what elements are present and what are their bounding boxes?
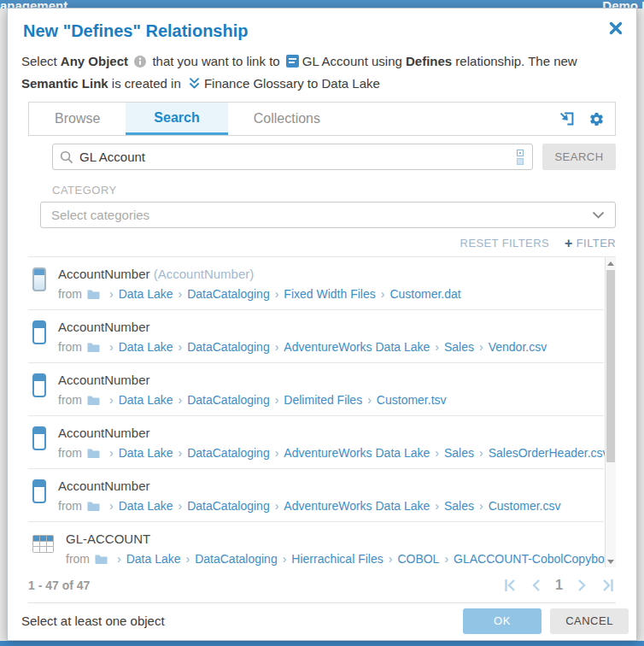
folder-icon	[87, 342, 100, 353]
tab-search[interactable]: Search	[126, 103, 227, 135]
result-title[interactable]: AccountNumber	[58, 267, 150, 281]
folder-icon	[87, 501, 100, 512]
chevron-down-icon	[592, 211, 605, 219]
search-box	[52, 144, 533, 170]
desc-any-object: Any Object	[61, 54, 128, 68]
dialog-footer: Select at least one object OK CANCEL	[8, 603, 636, 640]
desc-link-target: Finance Glossary to Data Lake	[204, 76, 380, 91]
desc-text: relationship. The new	[452, 54, 577, 68]
dialog-title: New "Defines" Relationship	[23, 20, 248, 42]
scroll-down-icon[interactable]	[606, 555, 616, 567]
dialog-content: Browse Search Collections	[28, 95, 616, 603]
tab-bar: Browse Search Collections	[28, 102, 616, 136]
pager: 1	[504, 578, 616, 593]
result-path: from Data LakeDataCatalogingAdventureWor…	[58, 498, 561, 514]
last-page-icon[interactable]	[601, 578, 614, 592]
scroll-up-icon[interactable]	[606, 257, 616, 269]
folder-icon	[95, 554, 108, 565]
search-button[interactable]: SEARCH	[542, 144, 616, 170]
results-list: AccountNumber (AccountNumber) from Data …	[28, 256, 616, 567]
list-item[interactable]: AccountNumber (AccountNumber) from Data …	[28, 257, 604, 310]
cancel-button[interactable]: CANCEL	[550, 608, 629, 634]
result-suffix: (AccountNumber)	[154, 267, 255, 281]
add-filter-link[interactable]: + FILTER	[565, 237, 616, 250]
folder-icon	[87, 395, 100, 406]
current-page: 1	[555, 578, 563, 593]
result-path: from Data LakeDataCatalogingAdventureWor…	[58, 339, 547, 355]
add-filter-label: FILTER	[577, 237, 616, 250]
tab-collections[interactable]: Collections	[228, 103, 346, 135]
desc-semantic-link: Semantic Link	[21, 76, 108, 91]
search-input[interactable]	[79, 150, 515, 164]
column-icon	[32, 373, 46, 397]
tab-browse[interactable]: Browse	[29, 103, 126, 135]
close-icon[interactable]	[607, 20, 624, 37]
result-path: from Data LakeDataCatalogingDelimited Fi…	[58, 392, 447, 408]
table-icon	[32, 535, 54, 553]
dialog-description: Select Any Object that you want to link …	[21, 50, 621, 95]
folder-icon	[87, 448, 100, 459]
semantic-link-icon	[187, 76, 202, 91]
list-item[interactable]: AccountNumber from Data LakeDataCatalogi…	[28, 416, 604, 469]
new-relationship-dialog: New "Defines" Relationship Select Any Ob…	[7, 8, 637, 641]
list-item[interactable]: AccountNumber from Data LakeDataCatalogi…	[28, 363, 604, 416]
info-icon[interactable]	[134, 56, 146, 68]
result-title[interactable]: GL-ACCOUNT	[66, 531, 150, 546]
column-icon	[32, 426, 46, 450]
glossary-term-icon	[286, 55, 299, 68]
previous-page-icon[interactable]	[531, 578, 541, 592]
folder-icon	[87, 289, 100, 300]
column-icon	[32, 267, 46, 291]
reset-filters-link[interactable]: RESET FILTERS	[460, 237, 549, 250]
filters-row: RESET FILTERS + FILTER	[28, 236, 616, 250]
column-icon	[32, 320, 46, 344]
background-app-footer	[0, 641, 644, 646]
result-title[interactable]: AccountNumber	[58, 320, 150, 334]
column-icon	[32, 479, 46, 503]
list-scrollbar[interactable]	[605, 257, 616, 567]
search-icon	[60, 150, 73, 164]
result-path: from Data LakeDataCatalogingHierrachical…	[66, 551, 616, 567]
pagination-row: 1 - 47 of 47 1	[28, 567, 616, 603]
list-item[interactable]: AccountNumber from Data LakeDataCatalogi…	[28, 469, 604, 522]
desc-text: Select	[21, 54, 61, 68]
category-placeholder: Select categories	[51, 208, 149, 222]
selection-hint: Select at least one object	[21, 614, 165, 628]
ok-button[interactable]: OK	[463, 608, 542, 634]
result-count: 1 - 47 of 47	[28, 578, 90, 592]
desc-defines: Defines	[406, 54, 452, 68]
result-title[interactable]: AccountNumber	[58, 373, 150, 387]
next-page-icon[interactable]	[577, 578, 587, 592]
dialog-header: New "Defines" Relationship	[8, 9, 636, 42]
desc-text: is created in	[108, 76, 184, 91]
gear-icon[interactable]	[588, 111, 605, 127]
list-item[interactable]: GL-ACCOUNT from Data LakeDataCatalogingH…	[28, 522, 604, 567]
result-title[interactable]: AccountNumber	[58, 426, 150, 440]
result-path: from Data LakeDataCatalogingAdventureWor…	[58, 445, 609, 461]
plus-icon: +	[565, 238, 573, 249]
category-label: CATEGORY	[52, 184, 616, 197]
search-row: SEARCH	[52, 144, 616, 170]
category-select[interactable]: Select categories	[40, 202, 616, 228]
first-page-icon[interactable]	[504, 578, 517, 592]
desc-text: using	[368, 54, 406, 68]
tab-toolbar	[559, 103, 615, 135]
special-characters-icon[interactable]	[515, 148, 525, 167]
list-item[interactable]: AccountNumber from Data LakeDataCatalogi…	[28, 310, 604, 363]
desc-term-name: GL Account	[302, 54, 368, 68]
result-path: from Data LakeDataCatalogingFixed Width …	[58, 286, 461, 302]
drag-drop-target-icon[interactable]	[559, 111, 575, 127]
desc-text: that you want to link to	[149, 54, 284, 68]
scrollbar-thumb[interactable]	[606, 270, 615, 462]
result-title[interactable]: AccountNumber	[58, 479, 150, 493]
